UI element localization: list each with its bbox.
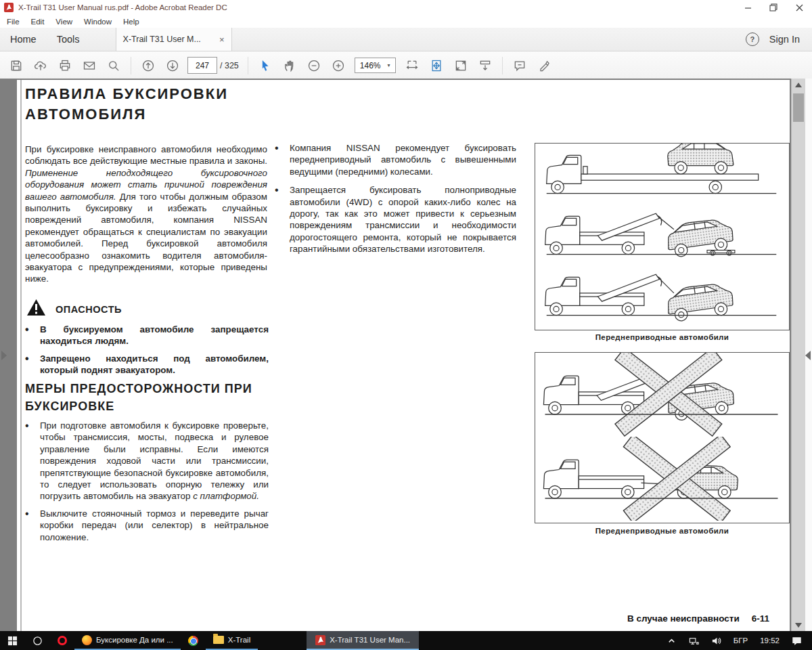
figure-caption-2: Переднеприводные автомобили [535,527,790,535]
window-title: X-Trail T31 User Manual rus.pdf - Adobe … [18,3,227,12]
list-item: Выключите стояночный тормоз и переведите… [25,508,269,543]
sign-in-button[interactable]: Sign In [769,34,800,45]
print-button[interactable] [53,56,77,76]
precautions-bullet-list: При подготовке автомобиля к буксировке п… [25,420,269,548]
opera-taskbar-icon[interactable] [50,631,74,650]
highlight-tool-button[interactable] [532,56,556,76]
front-lift-tow-illustration [535,265,788,326]
warning-triangle-icon [26,299,46,316]
menu-view[interactable]: View [55,18,72,26]
middle-column: Компания NISSAN рекомендует буксировать … [275,142,516,262]
danger-bullet-2: Запрещено находиться под автомобилем, ко… [40,353,269,376]
clock[interactable]: 19:52 [755,636,784,645]
menu-edit[interactable]: Edit [31,18,45,26]
left-pane-expand-icon[interactable] [1,351,7,360]
fullscreen-button[interactable] [449,56,473,76]
taskbar-item-firefox[interactable]: Буксировке Да или ... [74,631,181,650]
scroll-down-arrow[interactable] [792,619,805,631]
fit-width-button[interactable] [400,56,424,76]
email-button[interactable] [77,56,102,76]
recommendation-bullet-2: Запрещается буксировать полноприводные а… [290,184,516,255]
tab-document[interactable]: X-Trail T31 User M... × [116,28,232,51]
taskbar-item-label: Буксировке Да или ... [96,636,173,644]
zoom-level-value: 146% [360,61,381,70]
list-item: Компания NISSAN рекомендует буксировать … [275,142,516,177]
towing-forbidden-figure [535,352,790,523]
zoom-level-select[interactable]: 146% ▾ [355,58,396,73]
cortana-button[interactable] [25,631,50,650]
folder-icon [213,636,224,644]
scroll-up-arrow[interactable] [792,79,805,91]
intro-paragraph: При буксировке неисправного автомобиля н… [25,144,267,285]
acrobat-app-icon [4,3,14,12]
acrobat-icon [315,635,325,645]
precautions-heading: МЕРЫ ПРЕДОСТОРОЖНОСТИ ПРИ БУКСИРОВКЕ [25,380,252,415]
next-page-button[interactable] [160,56,185,76]
restore-button[interactable] [761,0,786,15]
bullet-icon [25,420,40,502]
tab-tools[interactable]: Tools [47,28,90,51]
start-button[interactable] [0,631,25,650]
volume-icon[interactable] [706,636,726,646]
page-number-input[interactable] [187,57,217,74]
search-icon[interactable] [102,56,126,76]
save-button[interactable] [4,56,28,76]
previous-page-button[interactable] [136,56,160,76]
tab-bar: Home Tools X-Trail T31 User M... × ? Sig… [0,28,812,51]
tray-chevron-up-icon[interactable] [662,636,681,646]
scrollbar-thumb[interactable] [793,93,804,122]
precaution-bullet-1: При подготовке автомобиля к буксировке п… [40,420,269,501]
action-center-icon[interactable] [787,636,807,646]
tab-tools-label: Tools [57,34,80,45]
tab-home-label: Home [10,34,37,45]
page-title-line2: АВТОМОБИЛЯ [25,104,228,125]
fit-page-button[interactable] [424,56,449,76]
list-item: При подготовке автомобиля к буксировке п… [25,420,269,502]
cloud-upload-button[interactable] [28,56,53,76]
chrome-taskbar-icon[interactable] [181,631,206,650]
recommendation-bullet-1: Компания NISSAN рекомендует буксировать … [290,142,516,177]
scrolling-mode-button[interactable] [473,56,497,76]
hand-tool-button[interactable] [277,56,302,76]
zoom-in-button[interactable] [326,56,351,76]
firefox-icon [82,635,92,645]
document-viewport[interactable]: ПРАВИЛА БУКСИРОВКИ АВТОМОБИЛЯ При буксир… [0,79,812,631]
menu-file[interactable]: File [7,18,20,26]
intro-text: При буксировке неисправного автомобиля н… [25,144,267,166]
danger-header: ОПАСНОСТЬ [26,299,122,316]
taskbar-item-explorer[interactable]: X-Trail [206,631,258,650]
toolbar: / 325 146% ▾ [0,51,812,80]
time-label: 19:52 [760,636,780,645]
bullet-icon [275,184,290,255]
crossed-flat-tow-illustration [535,437,788,521]
help-icon[interactable]: ? [746,32,759,46]
comment-tool-button[interactable] [508,56,532,76]
select-tool-button[interactable] [253,56,277,76]
towing-allowed-figure [535,143,790,330]
list-item: Запрещается буксировать полноприводные а… [275,184,516,255]
menu-help[interactable]: Help [123,18,139,26]
taskbar-item-acrobat-active[interactable]: X-Trail T31 User Man... [307,631,419,650]
list-item: Запрещено находиться под автомобилем, ко… [25,353,269,376]
right-pane-expand-icon[interactable] [805,351,811,360]
menu-window[interactable]: Window [84,18,112,26]
zoom-out-button[interactable] [302,56,326,76]
vertical-scrollbar[interactable] [791,79,805,631]
network-icon[interactable] [684,636,704,646]
bullet-icon [25,353,40,376]
help-glyph: ? [750,35,754,43]
minimize-button[interactable] [735,0,761,15]
list-item: В буксируемом автомобиле запрещается нах… [25,324,269,347]
toolbar-separator [248,57,248,74]
tab-close-icon[interactable]: × [219,35,225,45]
menu-bar: File Edit View Window Help [0,15,812,28]
crossed-lift-tow-illustration [535,353,788,437]
language-label: БГР [734,636,748,645]
precaution-bullet-2: Выключите стояночный тормоз и переведите… [40,508,269,543]
window-controls [735,0,812,15]
tab-home[interactable]: Home [0,28,47,51]
close-button[interactable] [786,0,812,15]
keyboard-language-indicator[interactable]: БГР [729,636,752,645]
tabbar-right: ? Sign In [746,32,812,46]
bullet-icon [275,142,290,177]
